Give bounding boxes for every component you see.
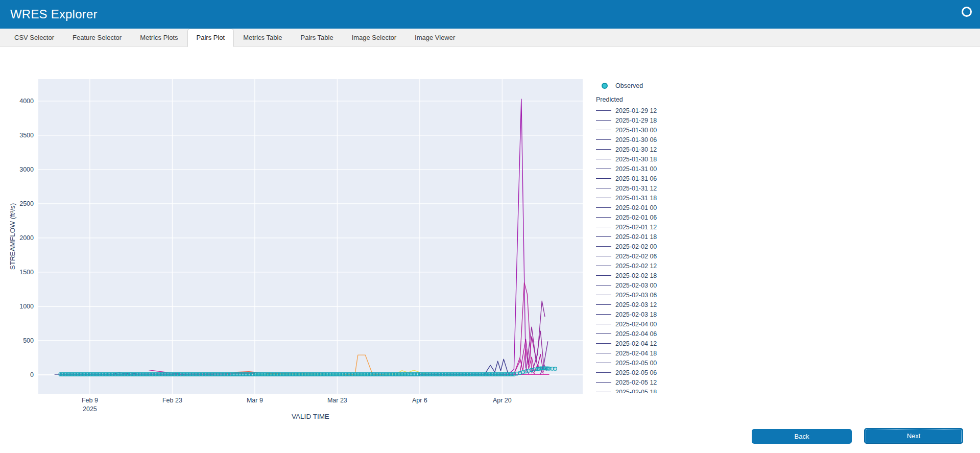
x-tick-label: Apr 20	[493, 397, 512, 404]
legend-item-label: 2025-02-03 12	[615, 301, 657, 308]
app-title: WRES Explorer	[10, 7, 98, 21]
legend-item-predicted[interactable]: 2025-01-30 12	[596, 145, 673, 154]
next-button[interactable]: Next	[864, 428, 963, 444]
legend-line-swatch	[596, 382, 611, 383]
legend-item-predicted[interactable]: 2025-01-29 12	[596, 106, 673, 115]
legend-item-predicted[interactable]: 2025-02-03 00	[596, 280, 673, 290]
legend-line-swatch	[596, 304, 611, 305]
legend-item-label: 2025-01-31 00	[615, 165, 657, 173]
legend-item-label: 2025-02-02 00	[615, 243, 657, 250]
tab-csv-selector[interactable]: CSV Selector	[5, 29, 63, 47]
legend-item-predicted[interactable]: 2025-02-01 06	[596, 212, 673, 222]
y-axis-title: STREAMFLOW (ft³/s)	[9, 203, 16, 270]
legend-line-swatch	[596, 295, 611, 295]
y-tick-label: 500	[23, 337, 34, 344]
legend-item-predicted[interactable]: 2025-02-02 06	[596, 251, 673, 261]
x-tick-label: Feb 23	[162, 397, 182, 404]
legend-item-predicted[interactable]: 2025-02-03 12	[596, 300, 673, 309]
legend-item-predicted[interactable]: 2025-02-02 12	[596, 261, 673, 271]
legend-item-predicted[interactable]: 2025-02-02 18	[596, 271, 673, 280]
tab-metrics-table[interactable]: Metrics Table	[234, 29, 291, 47]
legend-item-predicted[interactable]: 2025-02-03 18	[596, 309, 673, 319]
x-tick-label: Feb 9	[82, 397, 98, 404]
y-tick-label: 4000	[19, 98, 34, 105]
legend-item-predicted[interactable]: 2025-02-04 06	[596, 329, 673, 339]
legend-item-label: 2025-02-02 18	[615, 272, 657, 279]
legend-item-predicted[interactable]: 2025-02-01 00	[596, 203, 673, 212]
observed-marker-icon	[602, 83, 608, 89]
legend-item-label: 2025-02-03 06	[615, 292, 657, 299]
x-tick-label: Apr 6	[412, 397, 427, 404]
legend-line-swatch	[596, 110, 611, 111]
legend-line-swatch	[596, 198, 611, 198]
legend-line-swatch	[596, 246, 611, 247]
legend-line-swatch	[596, 159, 611, 159]
plot-area[interactable]	[38, 79, 583, 394]
y-tick-label: 1500	[19, 269, 34, 276]
legend-item-predicted[interactable]: 2025-01-31 06	[596, 174, 673, 183]
legend-line-swatch	[596, 285, 611, 285]
legend-item-observed[interactable]: Observed	[596, 81, 673, 91]
tab-metrics-plots[interactable]: Metrics Plots	[131, 29, 187, 47]
legend-line-swatch	[596, 188, 611, 188]
streamflow-chart[interactable]: 05001000150020002500300035004000Feb 9202…	[8, 61, 595, 426]
back-button[interactable]: Back	[752, 429, 852, 444]
legend-line-swatch	[596, 353, 611, 353]
legend-item-predicted[interactable]: 2025-02-04 00	[596, 319, 673, 329]
tab-pairs-table[interactable]: Pairs Table	[292, 29, 343, 47]
legend-item-predicted[interactable]: 2025-01-31 12	[596, 183, 673, 193]
legend-item-predicted[interactable]: 2025-01-30 06	[596, 135, 673, 145]
y-tick-label: 1000	[19, 303, 34, 310]
legend-line-swatch	[596, 392, 611, 392]
chart-legend: Observed Predicted 2025-01-29 122025-01-…	[596, 81, 673, 393]
y-tick-label: 2000	[19, 234, 34, 242]
legend-line-swatch	[596, 314, 611, 315]
legend-line-swatch	[596, 324, 611, 324]
legend-item-predicted[interactable]: 2025-02-01 18	[596, 232, 673, 242]
legend-item-predicted[interactable]: 2025-02-05 06	[596, 368, 673, 377]
legend-line-swatch	[596, 275, 611, 276]
tab-feature-selector[interactable]: Feature Selector	[63, 29, 131, 47]
legend-item-predicted[interactable]: 2025-02-05 12	[596, 377, 673, 387]
legend-entries: 2025-01-29 122025-01-29 182025-01-30 002…	[596, 106, 673, 393]
legend-item-label: 2025-02-05 18	[615, 389, 657, 394]
tab-pairs-plot[interactable]: Pairs Plot	[187, 29, 234, 47]
observed-marker[interactable]	[554, 367, 557, 370]
legend-item-predicted[interactable]: 2025-01-31 18	[596, 193, 673, 203]
x-tick-label: Mar 9	[247, 397, 263, 404]
x-axis-title: VALID TIME	[292, 413, 329, 420]
legend-line-swatch	[596, 266, 611, 266]
legend-item-label: 2025-01-30 06	[615, 136, 657, 144]
legend-item-predicted[interactable]: 2025-01-30 00	[596, 125, 673, 135]
legend-item-predicted[interactable]: 2025-01-29 18	[596, 115, 673, 125]
legend-item-label: 2025-02-03 18	[615, 311, 657, 318]
legend-item-predicted[interactable]: 2025-02-04 12	[596, 339, 673, 348]
legend-item-label: 2025-01-29 18	[615, 117, 657, 124]
legend-item-predicted[interactable]: 2025-02-02 00	[596, 242, 673, 251]
tab-bar: CSV SelectorFeature SelectorMetrics Plot…	[0, 29, 980, 47]
legend-line-swatch	[596, 120, 611, 121]
legend-item-label: 2025-01-31 06	[615, 175, 657, 182]
legend-line-swatch	[596, 169, 611, 169]
y-tick-label: 3000	[19, 166, 34, 173]
x-tick-label: Mar 23	[327, 397, 347, 404]
legend-item-label: 2025-01-30 00	[615, 127, 657, 134]
legend-line-swatch	[596, 333, 611, 334]
legend-item-label: 2025-01-29 12	[615, 107, 657, 114]
legend-group-title: Predicted	[596, 94, 673, 105]
legend-item-label: 2025-02-04 00	[615, 321, 657, 328]
legend-item-label: 2025-02-03 00	[615, 282, 657, 289]
legend-item-label: 2025-02-05 06	[615, 369, 657, 376]
legend-item-predicted[interactable]: 2025-02-03 06	[596, 290, 673, 300]
legend-item-label: 2025-02-05 12	[615, 379, 657, 386]
legend-item-predicted[interactable]: 2025-02-04 18	[596, 348, 673, 358]
legend-item-predicted[interactable]: 2025-02-05 00	[596, 358, 673, 368]
legend-item-predicted[interactable]: 2025-02-01 12	[596, 222, 673, 232]
legend-item-label: 2025-02-01 00	[615, 204, 657, 211]
app-header: WRES Explorer	[0, 0, 980, 29]
legend-item-predicted[interactable]: 2025-02-05 18	[596, 387, 673, 393]
tab-image-selector[interactable]: Image Selector	[343, 29, 405, 47]
legend-item-predicted[interactable]: 2025-01-30 18	[596, 154, 673, 164]
tab-image-viewer[interactable]: Image Viewer	[405, 29, 464, 47]
legend-item-predicted[interactable]: 2025-01-31 00	[596, 164, 673, 174]
